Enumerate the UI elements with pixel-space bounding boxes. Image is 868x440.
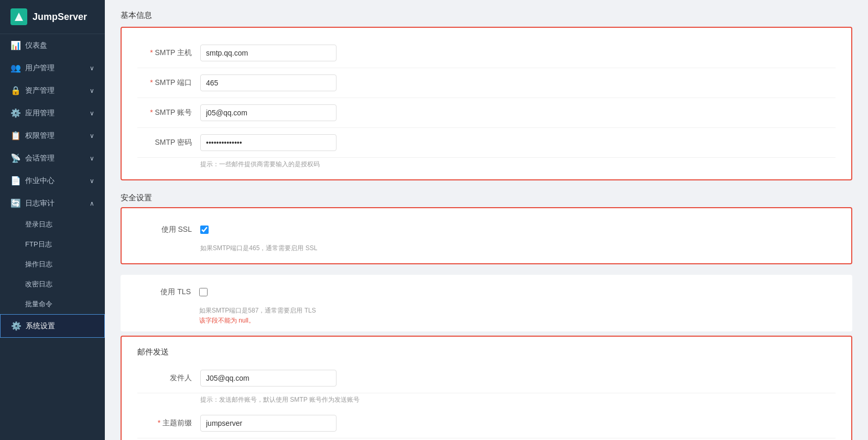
sidebar-item-change-log[interactable]: 改密日志 <box>0 274 105 294</box>
subject-row: 主题前缀 <box>137 409 836 438</box>
jobs-icon: 📄 <box>10 176 20 186</box>
sender-label: 发件人 <box>137 373 200 383</box>
tls-hint: 如果SMTP端口是587，通常需要启用 TLS <box>136 306 837 315</box>
chevron-up-icon: ∧ <box>90 200 94 207</box>
sidebar-item-settings[interactable]: ⚙️ 系统设置 <box>0 314 105 338</box>
sidebar-item-sessions[interactable]: 📡 会话管理 ∨ <box>0 147 105 169</box>
sidebar-item-users-label: 用户管理 <box>25 63 55 73</box>
apps-icon: ⚙️ <box>10 108 20 118</box>
tls-checkbox[interactable] <box>199 288 208 296</box>
ssl-section: 使用 SSL 如果SMTP端口是465，通常需要启用 SSL <box>121 207 852 264</box>
smtp-port-input[interactable] <box>200 74 337 91</box>
mail-send-section: 邮件发送 发件人 提示：发送邮件账号，默认使用 SMTP 账号作为发送账号 主题… <box>121 336 852 440</box>
ftp-log-label: FTP日志 <box>25 240 52 249</box>
sidebar-menu: 📊 仪表盘 👥 用户管理 ∨ 🔒 资产管理 ∨ ⚙️ 应用管理 ∨ 📋 权限管理… <box>0 34 105 440</box>
sender-row: 发件人 <box>137 363 836 393</box>
smtp-password-input[interactable] <box>200 134 337 151</box>
subject-label: 主题前缀 <box>137 418 200 428</box>
basic-info-section: SMTP 主机 SMTP 端口 SMTP 账号 SMTP 密码 提示：一些邮件提… <box>121 27 852 180</box>
smtp-password-row: SMTP 密码 <box>137 128 836 158</box>
chevron-down-icon-3: ∨ <box>90 110 94 117</box>
tls-row: 使用 TLS <box>136 281 837 303</box>
chevron-down-icon-2: ∨ <box>90 87 94 94</box>
sidebar-item-jobs-label: 作业中心 <box>25 176 55 186</box>
tls-error: 该字段不能为 null。 <box>136 316 837 325</box>
tls-section: 使用 TLS 如果SMTP端口是587，通常需要启用 TLS 该字段不能为 nu… <box>121 275 852 331</box>
sender-input[interactable] <box>200 370 337 387</box>
smtp-host-row: SMTP 主机 <box>137 38 836 68</box>
sessions-icon: 📡 <box>10 153 20 163</box>
sidebar-item-apps[interactable]: ⚙️ 应用管理 ∨ <box>0 102 105 124</box>
security-title: 安全设置 <box>121 193 852 203</box>
sidebar-item-login-log[interactable]: 登录日志 <box>0 214 105 234</box>
smtp-account-row: SMTP 账号 <box>137 98 836 128</box>
sidebar-item-dashboard-label: 仪表盘 <box>25 41 47 50</box>
logo-text: JumpServer <box>32 12 87 23</box>
chevron-down-icon-5: ∨ <box>90 155 94 162</box>
smtp-port-row: SMTP 端口 <box>137 68 836 98</box>
main-content: 基本信息 SMTP 主机 SMTP 端口 SMTP 账号 SMTP 密码 提示：… <box>105 0 868 440</box>
perms-icon: 📋 <box>10 131 20 141</box>
operate-log-label: 操作日志 <box>25 260 52 269</box>
ssl-checkbox[interactable] <box>200 226 209 234</box>
sidebar-item-users[interactable]: 👥 用户管理 ∨ <box>0 57 105 79</box>
sender-hint: 提示：发送邮件账号，默认使用 SMTP 账号作为发送账号 <box>137 395 836 404</box>
chevron-down-icon-4: ∨ <box>90 132 94 139</box>
smtp-account-label: SMTP 账号 <box>137 108 200 117</box>
chevron-down-icon-6: ∨ <box>90 177 94 185</box>
sidebar-item-assets[interactable]: 🔒 资产管理 ∨ <box>0 79 105 102</box>
sidebar-item-apps-label: 应用管理 <box>25 109 55 118</box>
ssl-label: 使用 SSL <box>137 225 200 234</box>
smtp-password-label: SMTP 密码 <box>137 138 200 147</box>
sidebar-item-audit[interactable]: 🔄 日志审计 ∧ <box>0 192 105 214</box>
subject-input[interactable] <box>200 415 337 432</box>
sidebar-item-jobs[interactable]: 📄 作业中心 ∨ <box>0 169 105 192</box>
chevron-down-icon: ∨ <box>90 65 94 72</box>
sidebar-item-sessions-label: 会话管理 <box>25 154 55 163</box>
audit-icon: 🔄 <box>10 198 20 208</box>
change-log-label: 改密日志 <box>25 280 52 289</box>
smtp-password-hint: 提示：一些邮件提供商需要输入的是授权码 <box>137 160 836 169</box>
basic-info-title: 基本信息 <box>121 10 852 20</box>
sidebar-item-perms-label: 权限管理 <box>25 131 55 141</box>
assets-icon: 🔒 <box>10 85 20 95</box>
login-log-label: 登录日志 <box>25 220 52 229</box>
smtp-port-label: SMTP 端口 <box>137 78 200 88</box>
users-icon: 👥 <box>10 63 20 73</box>
smtp-account-input[interactable] <box>200 104 337 121</box>
smtp-host-label: SMTP 主机 <box>137 48 200 58</box>
sidebar-item-settings-label: 系统设置 <box>26 321 55 331</box>
mail-send-title: 邮件发送 <box>137 347 836 357</box>
sidebar-item-dashboard[interactable]: 📊 仪表盘 <box>0 34 105 57</box>
settings-icon: ⚙️ <box>11 321 20 331</box>
sidebar-item-assets-label: 资产管理 <box>25 86 55 95</box>
smtp-host-input[interactable] <box>200 45 337 61</box>
sidebar-item-ftp-log[interactable]: FTP日志 <box>0 234 105 254</box>
ssl-hint: 如果SMTP端口是465，通常需要启用 SSL <box>137 244 836 253</box>
logo-icon <box>10 8 27 25</box>
batch-cmd-label: 批量命令 <box>25 299 52 309</box>
tls-label: 使用 TLS <box>136 287 199 297</box>
sidebar-item-batch-cmd[interactable]: 批量命令 <box>0 294 105 314</box>
dashboard-icon: 📊 <box>10 40 20 50</box>
logo-area: JumpServer <box>0 0 105 34</box>
sidebar-item-audit-label: 日志审计 <box>25 199 55 208</box>
sidebar-item-operate-log[interactable]: 操作日志 <box>0 254 105 274</box>
sidebar-item-perms[interactable]: 📋 权限管理 ∨ <box>0 124 105 147</box>
svg-rect-2 <box>16 19 22 20</box>
ssl-row: 使用 SSL <box>137 219 836 241</box>
sidebar: JumpServer 📊 仪表盘 👥 用户管理 ∨ 🔒 资产管理 ∨ ⚙️ 应用… <box>0 0 105 440</box>
